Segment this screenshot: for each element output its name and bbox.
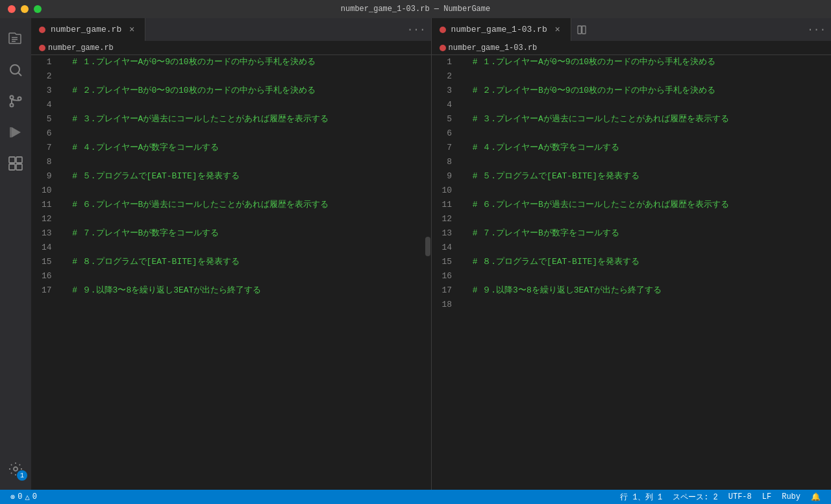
- editor-content-1[interactable]: 1234567891011121314151617 # １.プレイヤーAが0〜9…: [31, 55, 431, 490]
- line-ending-text: LF: [762, 492, 771, 501]
- status-spaces[interactable]: スペース: 2: [667, 490, 723, 504]
- encoding-text: UTF-8: [728, 492, 752, 501]
- settings-badge: 1: [17, 470, 27, 481]
- line-number: 4: [442, 98, 453, 112]
- status-notifications[interactable]: 🔔: [806, 490, 826, 504]
- warning-count: 0: [32, 492, 37, 501]
- editor-pane-2: number_game_1-03.rb × ··· number_game_1-…: [432, 18, 832, 490]
- language-text: Ruby: [782, 492, 800, 501]
- code-line: [62, 98, 425, 112]
- line-number: 8: [42, 155, 52, 169]
- source-control-icon: [8, 93, 23, 109]
- extensions-icon: [8, 156, 23, 171]
- tab-filename-1: number_game.rb: [51, 25, 121, 34]
- sidebar-item-run[interactable]: [0, 117, 31, 148]
- tab-close-1[interactable]: ×: [127, 25, 137, 35]
- tab-filename-2: number_game_1-03.rb: [451, 25, 547, 34]
- status-encoding[interactable]: UTF-8: [723, 490, 757, 504]
- line-number: 3: [442, 84, 453, 98]
- run-icon: [8, 125, 23, 140]
- line-number: 6: [42, 126, 52, 141]
- line-number: 15: [42, 255, 52, 269]
- line-number: 14: [442, 241, 453, 255]
- search-icon: [8, 62, 23, 78]
- status-line-ending[interactable]: LF: [757, 490, 776, 504]
- scrollbar-1[interactable]: [425, 55, 431, 490]
- svg-point-14: [14, 467, 18, 471]
- svg-rect-1: [12, 39, 18, 40]
- files-icon: [8, 31, 23, 47]
- sidebar-item-explorer[interactable]: [0, 23, 31, 54]
- line-numbers-1: 1234567891011121314151617: [31, 55, 62, 490]
- code-line: # ６.プレイヤーBが過去にコールしたことがあれば履歴を表示する: [462, 198, 831, 212]
- status-position[interactable]: 行 1、列 1: [615, 490, 667, 504]
- line-number: 7: [442, 141, 453, 155]
- tab-number-game[interactable]: number_game.rb ×: [31, 18, 145, 41]
- code-line: # １.プレイヤーAが0〜9の10枚のカードの中から手札を決める: [62, 55, 425, 69]
- breadcrumb-ruby-icon: [39, 45, 45, 51]
- tab-bar-1: number_game.rb × ···: [31, 18, 431, 41]
- ruby-file-icon: [39, 27, 45, 33]
- code-line: [462, 184, 831, 198]
- line-number: 12: [42, 212, 52, 226]
- code-line: # ５.プログラムで[EAT-BITE]を発表する: [62, 169, 425, 184]
- maximize-button[interactable]: [34, 5, 42, 13]
- svg-point-6: [10, 104, 14, 107]
- split-editor-icon: [577, 25, 587, 35]
- tab-split-button[interactable]: [571, 18, 592, 41]
- spaces-text: スペース: 2: [673, 492, 718, 503]
- code-line: [462, 155, 831, 169]
- line-number: 1: [442, 55, 453, 69]
- code-line: [462, 269, 831, 283]
- error-icon: ⊗: [10, 492, 15, 502]
- line-number: 11: [42, 198, 52, 212]
- code-line: # ８.プログラムで[EAT-BITE]を発表する: [62, 255, 425, 269]
- minimize-button[interactable]: [21, 5, 29, 13]
- line-number: 13: [42, 226, 52, 241]
- code-line: # ８.プログラムで[EAT-BITE]を発表する: [462, 255, 831, 269]
- sidebar-item-extensions[interactable]: [0, 148, 31, 179]
- svg-marker-8: [12, 127, 21, 138]
- code-line: # ４.プレイヤーAが数字をコールする: [462, 141, 831, 155]
- scrollbar-thumb-1[interactable]: [425, 237, 430, 256]
- code-line: [462, 212, 831, 226]
- status-language[interactable]: Ruby: [776, 490, 806, 504]
- breadcrumb-2: number_game_1-03.rb: [432, 41, 832, 55]
- tab-more-1[interactable]: ···: [402, 18, 431, 41]
- code-line: # ３.プレイヤーAが過去にコールしたことがあれば履歴を表示する: [462, 112, 831, 126]
- code-lines-1[interactable]: # １.プレイヤーAが0〜9の10枚のカードの中から手札を決める # ２.プレイ…: [62, 55, 425, 490]
- code-line: # ７.プレイヤーBが数字をコールする: [462, 226, 831, 241]
- line-numbers-2: 123456789101112131415161718: [432, 55, 463, 490]
- tab-number-game-103[interactable]: number_game_1-03.rb ×: [432, 18, 571, 41]
- line-number: 11: [442, 198, 453, 212]
- titlebar: number_game_1-03.rb — NumberGame: [0, 0, 831, 18]
- line-number: 5: [42, 112, 52, 126]
- status-errors[interactable]: ⊗ 0 △ 0: [5, 490, 42, 504]
- warning-icon: △: [25, 492, 29, 502]
- code-line: # ４.プレイヤーAが数字をコールする: [62, 141, 425, 155]
- tab-bar-2: number_game_1-03.rb × ···: [432, 18, 832, 41]
- close-button[interactable]: [8, 5, 16, 13]
- code-line: [462, 98, 831, 112]
- code-line: [62, 212, 425, 226]
- line-number: 4: [42, 98, 52, 112]
- window-controls: [8, 5, 42, 13]
- code-line: [62, 269, 425, 283]
- line-number: 5: [442, 112, 453, 126]
- svg-rect-2: [12, 41, 16, 42]
- code-line: # ５.プログラムで[EAT-BITE]を発表する: [462, 169, 831, 184]
- tab-close-2[interactable]: ×: [552, 25, 563, 35]
- code-line: [62, 69, 425, 84]
- sidebar-item-search[interactable]: [0, 54, 31, 86]
- main-layout: 1 number_game.rb × ··· number_game.rb 12…: [0, 18, 831, 490]
- code-lines-2[interactable]: # １.プレイヤーAが0〜9の10枚のカードの中から手札を決める # ２.プレイ…: [462, 55, 831, 490]
- code-line: # ２.プレイヤーBが0〜9の10枚のカードの中から手札を決める: [462, 84, 831, 98]
- tab-more-2[interactable]: ···: [802, 18, 831, 41]
- code-line: # ２.プレイヤーBが0〜9の10枚のカードの中から手札を決める: [62, 84, 425, 98]
- svg-point-7: [18, 97, 21, 101]
- editor-content-2[interactable]: 123456789101112131415161718 # １.プレイヤーAが0…: [432, 55, 832, 490]
- sidebar-item-settings[interactable]: 1: [0, 453, 31, 485]
- activity-bar: 1: [0, 18, 31, 490]
- code-line: # ９.以降3〜8を繰り返し3EATが出たら終了する: [62, 283, 425, 298]
- sidebar-item-source-control[interactable]: [0, 86, 31, 117]
